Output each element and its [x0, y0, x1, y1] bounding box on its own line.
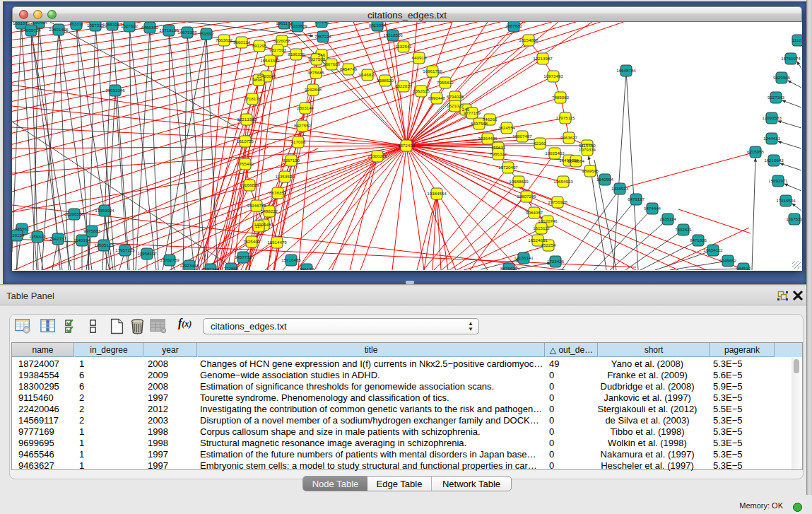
svg-text:1292344: 1292344 — [202, 267, 220, 270]
svg-text:16671355: 16671355 — [177, 30, 197, 35]
svg-text:2942737: 2942737 — [49, 236, 67, 241]
svg-text:10025453: 10025453 — [545, 151, 565, 156]
svg-text:891295: 891295 — [252, 43, 267, 48]
svg-text:2935114: 2935114 — [659, 216, 676, 221]
svg-text:1610755: 1610755 — [237, 139, 254, 144]
svg-text:16033809: 16033809 — [288, 23, 307, 28]
svg-text:127: 127 — [255, 223, 263, 228]
svg-text:10654112: 10654112 — [703, 247, 723, 252]
svg-text:1057325: 1057325 — [87, 23, 105, 28]
svg-text:19384554: 19384554 — [427, 191, 447, 196]
svg-text:1733426: 1733426 — [547, 259, 565, 264]
svg-text:9777169: 9777169 — [464, 110, 481, 115]
svg-text:1615112: 1615112 — [533, 226, 550, 230]
svg-text:9329966: 9329966 — [773, 75, 791, 80]
svg-text:16154808: 16154808 — [519, 37, 539, 42]
svg-text:9327503: 9327503 — [269, 47, 287, 52]
svg-text:7663822: 7663822 — [216, 37, 233, 42]
svg-text:16648784: 16648784 — [616, 68, 636, 73]
svg-text:15692971: 15692971 — [768, 178, 788, 183]
svg-text:16914479: 16914479 — [267, 240, 287, 245]
svg-text:29053346: 29053346 — [105, 88, 125, 93]
svg-text:19654923: 19654923 — [553, 179, 573, 184]
svg-text:14055724: 14055724 — [21, 28, 41, 33]
svg-text:7955812: 7955812 — [437, 80, 454, 85]
svg-text:98961: 98961 — [252, 77, 265, 82]
svg-text:1156819: 1156819 — [29, 234, 46, 239]
svg-text:10719135: 10719135 — [159, 28, 179, 33]
svg-text:12093583: 12093583 — [762, 115, 782, 120]
svg-text:2090454: 2090454 — [30, 22, 48, 25]
svg-text:1132541: 1132541 — [395, 44, 412, 49]
svg-text:8813054: 8813054 — [369, 23, 387, 28]
svg-text:16543382: 16543382 — [260, 58, 280, 63]
svg-text:25300205: 25300205 — [367, 153, 387, 158]
svg-text:640910: 640910 — [412, 55, 427, 60]
svg-text:9245652: 9245652 — [719, 258, 737, 263]
svg-text:20364436: 20364436 — [478, 136, 498, 141]
svg-text:11353594: 11353594 — [275, 174, 295, 179]
svg-text:6497568: 6497568 — [471, 121, 488, 126]
svg-text:2867608: 2867608 — [323, 62, 341, 66]
svg-text:17957225: 17957225 — [115, 247, 135, 252]
svg-text:12505135: 12505135 — [94, 243, 114, 247]
svg-text:2803144: 2803144 — [297, 105, 314, 110]
svg-text:8186328: 8186328 — [288, 52, 305, 57]
svg-text:8471626: 8471626 — [690, 238, 707, 243]
svg-text:8267150: 8267150 — [283, 158, 300, 163]
svg-text:6215955: 6215955 — [747, 149, 765, 154]
svg-text:8990448: 8990448 — [428, 95, 446, 100]
svg-text:1603379: 1603379 — [13, 22, 30, 25]
svg-text:9227343: 9227343 — [767, 95, 785, 100]
svg-text:2087682: 2087682 — [505, 23, 523, 28]
svg-text:7986322: 7986322 — [490, 151, 507, 156]
svg-text:19756928: 19756928 — [548, 199, 567, 204]
svg-text:14136141: 14136141 — [514, 255, 534, 260]
svg-text:1438923: 1438923 — [611, 186, 629, 191]
svg-text:18807249: 18807249 — [517, 194, 536, 199]
svg-text:10653267: 10653267 — [102, 22, 122, 27]
svg-text:7632621: 7632621 — [675, 227, 693, 232]
svg-text:11121: 11121 — [792, 37, 802, 42]
svg-text:1145194: 1145194 — [73, 238, 90, 243]
svg-text:6479197: 6479197 — [628, 197, 645, 201]
svg-text:2718176: 2718176 — [244, 96, 261, 101]
svg-text:9457771: 9457771 — [235, 255, 252, 259]
svg-text:3875685: 3875685 — [307, 70, 325, 75]
svg-text:763311: 763311 — [69, 22, 84, 26]
svg-text:15716485: 15716485 — [281, 257, 301, 262]
svg-text:62160: 62160 — [534, 141, 546, 146]
svg-text:12923448: 12923448 — [180, 263, 199, 268]
svg-text:19166829: 19166829 — [240, 182, 259, 187]
svg-text:10973493: 10973493 — [543, 74, 563, 78]
svg-text:9474444: 9474444 — [644, 206, 661, 211]
svg-text:8476695: 8476695 — [500, 266, 518, 270]
svg-text:944512: 944512 — [736, 266, 751, 270]
svg-text:1362615: 1362615 — [413, 88, 430, 93]
svg-text:9899695: 9899695 — [582, 168, 599, 173]
svg-text:9975887: 9975887 — [83, 228, 101, 233]
svg-text:1527602: 1527602 — [121, 23, 139, 28]
svg-text:5226058: 5226058 — [273, 38, 291, 43]
svg-text:957246: 957246 — [314, 22, 329, 24]
svg-text:16782759: 16782759 — [160, 257, 180, 262]
svg-text:9463627: 9463627 — [560, 135, 578, 140]
svg-text:9327508: 9327508 — [308, 57, 326, 62]
svg-text:459631: 459631 — [491, 145, 506, 150]
svg-text:1649564: 1649564 — [567, 158, 585, 163]
svg-text:17359924: 17359924 — [95, 208, 114, 213]
svg-text:7485063: 7485063 — [552, 95, 570, 100]
svg-text:1640954: 1640954 — [596, 177, 614, 182]
svg-text:16961758: 16961758 — [423, 69, 442, 74]
svg-text:10688609: 10688609 — [509, 179, 529, 184]
svg-text:8427552: 8427552 — [294, 123, 312, 128]
svg-text:1372400: 1372400 — [398, 143, 416, 148]
svg-text:20206556: 20206556 — [64, 211, 84, 216]
svg-text:1079334: 1079334 — [579, 147, 596, 152]
svg-text:8454749: 8454749 — [340, 66, 358, 71]
svg-text:1765492: 1765492 — [237, 161, 254, 166]
svg-text:751552: 751552 — [199, 31, 214, 36]
svg-text:5498222: 5498222 — [261, 209, 278, 214]
svg-text:12213987: 12213987 — [533, 56, 553, 61]
svg-text:12213383: 12213383 — [237, 117, 257, 122]
